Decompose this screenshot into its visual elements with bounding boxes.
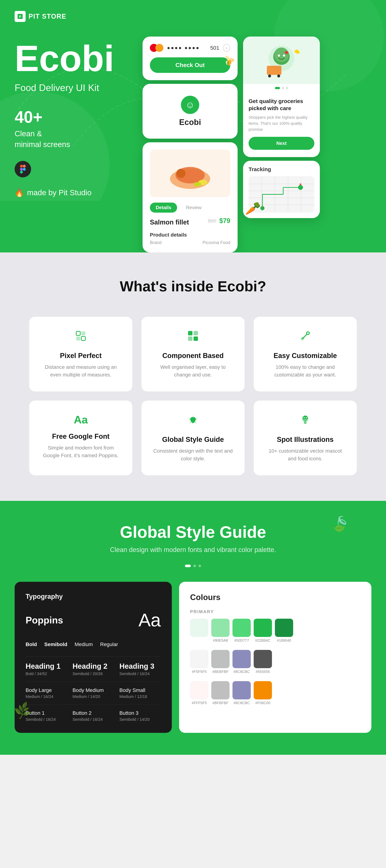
style-guide-title: Global Style Guide — [14, 523, 372, 541]
feature-desc-3: Simple and modern font from Google Font,… — [40, 444, 121, 459]
figma-icon — [14, 161, 31, 177]
body-label-2: Body Small — [119, 687, 161, 693]
next-button[interactable]: Next — [248, 137, 314, 150]
svg-point-16 — [274, 48, 289, 62]
neutral-label-1: #BEBFBF — [212, 670, 229, 674]
heading-label-0: Heading 1 — [26, 662, 67, 670]
feature-card-style: Global Style Guide Consistent design wit… — [142, 401, 244, 475]
card-arrow: › — [223, 44, 230, 52]
neutral-label-0: #F5F5F5 — [192, 670, 207, 674]
svg-rect-5 — [20, 168, 23, 171]
type-headings: Heading 1 Bold / 34/52 Heading 2 Semibol… — [26, 662, 161, 676]
neutral-swatch-3: #555555 — [254, 650, 272, 674]
svg-rect-35 — [76, 331, 80, 335]
logo-area: P PIT STORE — [14, 11, 372, 22]
accent-box-1 — [211, 681, 230, 700]
style-section: 🍃 🌿 Global Style Guide Clean design with… — [0, 501, 386, 755]
accent-box-0 — [190, 681, 208, 700]
hero-left: Ecobi Food Delivery UI Kit 40+ Clean &mi… — [14, 36, 143, 197]
logo-text: PIT STORE — [29, 12, 66, 20]
hero-section: P PIT STORE Ecobi Food Delivery UI Kit 4… — [0, 0, 386, 252]
neutral-swatch-2: #8C8CBC — [233, 650, 251, 674]
heading-item-1: Heading 2 Semibold / 20/26 — [72, 662, 114, 676]
body-label-0: Body Large — [26, 687, 67, 693]
accent-label-1: #BFBFBF — [212, 701, 229, 705]
price-old: $80 — [208, 218, 216, 224]
brand-label: Brand — [150, 240, 161, 245]
body-label-1: Body Medium — [72, 687, 114, 693]
neutral-box-0 — [190, 650, 208, 668]
body-spec-2: Medium / 12/18 — [119, 694, 161, 699]
accent-label-2: #8C8CBC — [233, 701, 250, 705]
feature-desc-4: Consistent design with the text and colo… — [152, 447, 234, 463]
feature-card-component: Component Based Well organised layer, ea… — [142, 317, 244, 392]
svg-point-8 — [23, 168, 26, 171]
swatch-2: #50D777 — [233, 619, 251, 643]
accent-label-0: #FFF5F5 — [192, 701, 207, 705]
heading-item-0: Heading 1 Bold / 34/52 — [26, 662, 67, 676]
heading-spec-0: Bold / 34/52 — [26, 672, 67, 676]
product-brand-row: Brand Picovina Food — [150, 240, 230, 245]
body-spec-1: Medium / 14/20 — [72, 694, 114, 699]
style-indicators — [14, 565, 372, 567]
brand-value: Picovina Food — [203, 240, 230, 245]
review-tab[interactable]: Review — [180, 203, 207, 213]
onboarding-text: Get quality groceries picked with care S… — [243, 92, 320, 157]
accent-swatches: #FFF5F5 #BFBFBF #8C8CBC #F58C00 — [190, 681, 360, 705]
feature-title-4: Global Style Guide — [162, 436, 224, 443]
body-item-0: Body Large Medium / 16/24 — [26, 687, 67, 699]
colours-card: Colours PRIMARY #90E5A8 #50D777 #22B84C — [179, 582, 372, 733]
made-by-text: made by Pit Studio — [27, 188, 92, 197]
typography-card: Typography Poppins Aa Bold Semibold Medi… — [14, 582, 172, 733]
style-guide-subtitle: Clean design with modern fonts and vibra… — [14, 546, 372, 554]
hero-content: Ecobi Food Delivery UI Kit 40+ Clean &mi… — [14, 36, 372, 252]
inside-section: What's inside Ecobi? Pixel Perfect Dista… — [0, 252, 386, 501]
button-label-0: Button 1 — [26, 710, 67, 716]
style-indicator-1 — [194, 565, 196, 567]
button-spec-1: Semibold / 16/24 — [72, 717, 114, 722]
indicator-dot-1 — [282, 87, 284, 89]
font-name: Poppins — [26, 615, 63, 626]
style-indicator-2 — [199, 565, 201, 567]
hero-stats: 40+ — [14, 108, 143, 127]
neutral-box-1 — [211, 650, 230, 668]
accent-swatch-0: #FFF5F5 — [190, 681, 208, 705]
primary-swatches: #90E5A8 #50D777 #22B84C #189040 — [190, 619, 360, 643]
features-grid: Pixel Perfect Distance and measure using… — [29, 317, 357, 475]
svg-point-20 — [268, 74, 271, 78]
font-weights: Bold Semibold Medium Regular — [26, 642, 161, 647]
product-price-row: $80 $79 — [208, 217, 230, 225]
type-body-items: Body Large Medium / 16/24 Body Medium Me… — [26, 687, 161, 699]
swatch-label-4: #189040 — [277, 639, 291, 643]
feature-title-3: Free Google Font — [52, 433, 110, 440]
svg-text:📍: 📍 — [261, 207, 264, 210]
accent-label-3: #F58C00 — [255, 701, 270, 705]
type-divider-2 — [26, 682, 161, 682]
button-item-1: Button 2 Semibold / 16/24 — [72, 710, 114, 722]
swatch-label-3: #22B84C — [255, 639, 270, 643]
accent-swatch-1: #BFBFBF — [211, 681, 230, 705]
body-spec-0: Medium / 16/24 — [26, 694, 67, 699]
ecobi-circle: ☺ — [181, 96, 199, 114]
onboarding-image — [243, 36, 320, 84]
swatch-box-2 — [233, 619, 251, 637]
style-indicator-active — [185, 565, 191, 567]
swatch-label-1: #90E5A8 — [213, 639, 228, 643]
feature-desc-1: Well organised layer, easy to change and… — [152, 363, 234, 379]
ecobi-logo-card: ☺ Ecobi — [143, 84, 238, 138]
type-divider-1 — [26, 656, 161, 657]
button-item-0: Button 1 Semibold / 16/24 — [26, 710, 67, 722]
weight-medium: Medium — [75, 642, 93, 647]
pixel-perfect-icon — [75, 330, 87, 345]
button-item-2: Button 3 Semibold / 14/20 — [119, 710, 161, 722]
checkout-button[interactable]: Check Out — [150, 57, 230, 73]
hero-title: Ecobi — [14, 40, 143, 77]
feature-desc-2: 100% easy to change and customizable as … — [265, 363, 346, 379]
screen-col-right: Get quality groceries picked with care S… — [243, 36, 320, 218]
details-tab[interactable]: Details — [150, 203, 177, 213]
illustrations-icon — [299, 413, 311, 429]
heading-label-1: Heading 2 — [72, 662, 114, 670]
product-tabs: Details Review — [150, 203, 230, 213]
style-cards-row: Typography Poppins Aa Bold Semibold Medi… — [14, 582, 372, 733]
swatch-box-3 — [254, 619, 272, 637]
